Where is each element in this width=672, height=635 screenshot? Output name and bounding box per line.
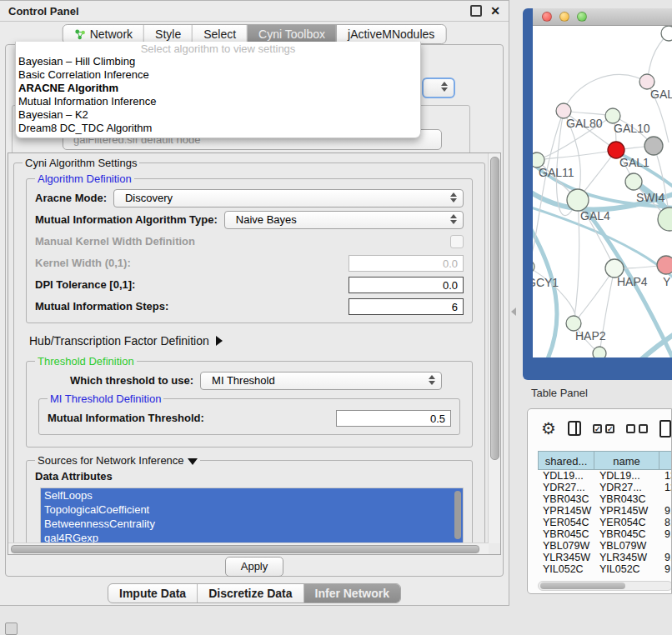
data-attributes-list[interactable]: SelfLoopsTopologicalCoefficientBetweenne… (40, 488, 464, 542)
network-edge[interactable] (564, 75, 647, 111)
table-row[interactable]: YBR045CYBR045C9. (538, 528, 672, 540)
table-cell: YBR043C (594, 493, 659, 505)
close-traffic-light-icon[interactable] (542, 12, 552, 22)
mi-threshold-label: Mutual Information Threshold: (48, 412, 204, 424)
network-node[interactable] (661, 26, 672, 41)
hub-definition-toggle[interactable]: Hub/Transcription Factor Definition (29, 330, 476, 352)
table-cell: 12 (659, 482, 672, 493)
manual-kernel-checkbox[interactable] (450, 235, 464, 248)
panel-splitter-arrow[interactable] (511, 308, 516, 316)
algorithm-list: Bayesian – Hill ClimbingBasic Correlatio… (16, 55, 420, 135)
kernel-width-input[interactable]: 0.0 (349, 255, 464, 272)
minimize-traffic-light-icon[interactable] (559, 12, 569, 22)
node-label: HAP2 (575, 329, 606, 342)
algorithm-option[interactable]: Bayesian – Hill Climbing (16, 55, 420, 68)
deselect-all-icon[interactable] (626, 424, 648, 433)
tab-select[interactable]: Select (193, 25, 248, 43)
table-row[interactable]: YIL052CYIL052C9 (538, 563, 672, 575)
algorithm-definition-legend: Algorithm Definition (35, 172, 134, 185)
tab-jactivemnodules[interactable]: jActiveMNodules (337, 25, 445, 43)
sources-group: Sources for Network Inference Data Attri… (26, 454, 473, 542)
network-edge[interactable] (574, 200, 579, 323)
vertical-scrollbar[interactable] (488, 153, 500, 543)
table-row[interactable]: YER054CYER054C8. (538, 517, 672, 528)
tab-infer-network[interactable]: Infer Network (304, 584, 400, 602)
tab-impute-data[interactable]: Impute Data (108, 584, 198, 602)
mi-steps-label: Mutual Information Steps: (35, 300, 168, 312)
gear-icon[interactable]: ⚙ (541, 420, 556, 437)
table-cell: YBR043C (538, 493, 594, 505)
network-node[interactable] (658, 208, 672, 231)
mi-type-combobox[interactable]: Naive Bayes (224, 211, 464, 229)
table-cell: 9. (659, 505, 672, 517)
tab-cyni-toolbox[interactable]: Cyni Toolbox (248, 25, 337, 43)
table-row[interactable]: YBR043CYBR043C (538, 493, 672, 505)
algorithm-combobox-end[interactable] (422, 78, 455, 98)
tab-discretize-data[interactable]: Discretize Data (198, 584, 303, 602)
zoom-traffic-light-icon[interactable] (577, 12, 587, 22)
attribute-item[interactable]: gal4RGexp (41, 531, 463, 542)
scrollbar-thumb[interactable] (490, 157, 499, 460)
network-edge[interactable] (574, 268, 614, 323)
table-cell: YDR27... (594, 482, 659, 493)
window-grip-icon[interactable] (5, 622, 18, 635)
algorithm-dropdown-popup: Select algorithm to view settings Bayesi… (15, 42, 421, 138)
attribute-item[interactable]: TopologicalCoefficient (41, 502, 463, 517)
mi-threshold-input[interactable]: 0.5 (336, 410, 451, 427)
column-header[interactable]: shared... (538, 451, 594, 470)
node-label: GCY1 (533, 276, 559, 289)
manual-kernel-label: Manual Kernel Width Definition (35, 235, 195, 248)
which-threshold-combobox[interactable]: MI Threshold (200, 372, 442, 390)
column-header[interactable]: name (594, 451, 659, 470)
table-row[interactable]: YPR145WYPR145W9. (538, 505, 672, 517)
network-node-swi4[interactable] (625, 173, 642, 190)
table-cell: YLR345W (538, 552, 594, 563)
network-canvas[interactable]: GALGAL80GAL10GAL1GAL11SWI4GAL4GCY1YHAP4H… (533, 26, 672, 358)
combo-stepper-icon (450, 214, 457, 224)
algorithm-option[interactable]: Dream8 DC_TDC Algorithm (16, 122, 420, 135)
table-row[interactable]: YLR345WYLR345W9. (538, 552, 672, 563)
combo-stepper-icon (441, 82, 448, 92)
tab-style[interactable]: Style (144, 25, 193, 43)
algorithm-option[interactable]: Mutual Information Inference (16, 95, 420, 108)
table-row[interactable]: YDR27...YDR27...12 (538, 482, 672, 493)
select-all-icon[interactable]: ✓✓ (593, 424, 614, 433)
attribute-item[interactable]: BetweennessCentrality (41, 517, 463, 531)
table-cell: YDR27... (538, 482, 594, 493)
scrollbar-thumb[interactable] (540, 582, 625, 589)
table-row[interactable]: YDL19...YDL19...13 (538, 470, 672, 482)
horizontal-scrollbar[interactable] (8, 542, 489, 554)
scrollbar-thumb[interactable] (11, 545, 479, 553)
sources-legend[interactable]: Sources for Network Inference (35, 454, 200, 467)
attribute-item[interactable]: SelfLoops (41, 488, 463, 502)
table-cell: YBR045C (538, 528, 594, 540)
document-icon[interactable] (659, 420, 671, 438)
tab-network[interactable]: Network (63, 25, 144, 43)
column-header[interactable]: A (659, 451, 672, 470)
network-window-titlebar[interactable] (533, 8, 672, 26)
node-label: GAL11 (539, 166, 574, 179)
network-edge[interactable] (533, 221, 557, 358)
node-label: GAL80 (566, 117, 603, 130)
network-node[interactable] (644, 137, 663, 155)
network-node-gal4[interactable] (567, 189, 589, 211)
close-icon[interactable]: ✕ (490, 7, 500, 15)
table-horizontal-scrollbar[interactable] (538, 581, 672, 591)
dpi-tolerance-input[interactable]: 0.0 (349, 277, 464, 293)
network-node[interactable] (593, 347, 606, 358)
apply-button[interactable]: Apply (225, 557, 283, 577)
list-scrollbar[interactable] (454, 491, 461, 539)
mi-steps-input[interactable]: 6 (349, 298, 464, 315)
table-panel-window: ⚙ ✓✓ shared...nameA YDL19...YDL19...13YD… (527, 408, 672, 594)
algorithm-option[interactable]: Basic Correlation Inference (16, 68, 420, 82)
algorithm-option[interactable]: Bayesian – K2 (16, 108, 420, 122)
table-cell: YER054C (538, 517, 594, 528)
network-node-gcy1[interactable] (533, 260, 534, 273)
split-columns-icon[interactable] (568, 421, 581, 436)
network-node-y[interactable] (657, 256, 672, 274)
table-cell: YDL19... (538, 470, 594, 482)
float-window-icon[interactable] (470, 5, 482, 17)
aracne-mode-combobox[interactable]: Discovery (113, 189, 464, 208)
algorithm-option[interactable]: ARACNE Algorithm (16, 82, 420, 95)
table-row[interactable]: YBL079WYBL079W (538, 540, 672, 552)
